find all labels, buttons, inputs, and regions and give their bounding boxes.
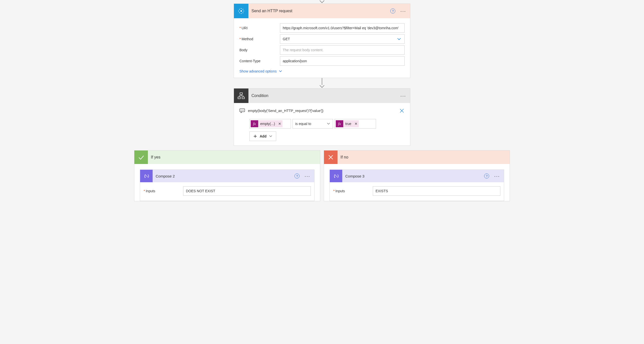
compose3-inputs-label: Inputs: [333, 189, 373, 193]
svg-point-4: [243, 10, 244, 11]
condition-operator-select[interactable]: is equal to: [292, 119, 333, 128]
remove-token-icon[interactable]: ✕: [353, 120, 359, 127]
ct-value: application/json: [283, 59, 307, 63]
if-yes-title: If yes: [148, 155, 160, 160]
expression-icon: [239, 108, 245, 113]
http-header[interactable]: Send an HTTP request ? ···: [234, 4, 410, 18]
condition-expression: empty(body('Send_an_HTTP_request')?['val…: [248, 109, 396, 113]
chevron-down-icon: [269, 134, 272, 138]
http-request-action: Send an HTTP request ? ··· URI https://g…: [234, 4, 410, 78]
svg-point-19: [243, 110, 243, 110]
close-icon: [324, 150, 338, 164]
svg-point-7: [239, 12, 240, 13]
show-advanced-link[interactable]: Show advanced options: [239, 69, 282, 73]
compose2-inputs-field[interactable]: DOES NOT EXIST: [183, 186, 311, 196]
remove-token-icon[interactable]: ✕: [277, 120, 282, 127]
svg-rect-14: [238, 97, 240, 99]
token-text: empty(...): [258, 120, 277, 127]
compose2-inputs-label: Inputs: [144, 189, 183, 193]
condition-action: Condition ··· empty(body('Send_an_HTTP_r…: [234, 88, 410, 146]
compose2-action: {} Compose 2 ? ··· Inputs DOES NOT EXIST: [140, 170, 314, 201]
help-icon[interactable]: ?: [484, 174, 489, 178]
chevron-down-icon: [279, 70, 282, 73]
fx-token-true: fx true ✕: [336, 120, 359, 127]
body-placeholder: The request body content.: [283, 48, 324, 52]
compose2-header[interactable]: {} Compose 2 ? ···: [140, 170, 314, 182]
if-no-header[interactable]: If no: [324, 150, 510, 164]
method-value: GET: [283, 37, 290, 41]
method-label: Method: [239, 37, 280, 41]
svg-text:}: }: [337, 174, 339, 178]
compose-icon: {}: [330, 170, 342, 182]
compose3-title: Compose 3: [342, 174, 484, 178]
svg-point-18: [242, 110, 242, 110]
condition-title: Condition: [248, 94, 400, 98]
svg-point-17: [241, 110, 241, 110]
condition-branches: If yes {} Compose 2 ? ···: [134, 150, 510, 201]
help-icon[interactable]: ?: [390, 8, 395, 14]
compose3-action: {} Compose 3 ? ··· Inputs EXISTS: [330, 170, 504, 201]
if-no-branch: If no {} Compose 3 ? ···: [324, 150, 510, 201]
if-yes-header[interactable]: If yes: [134, 150, 320, 164]
compose3-inputs-field[interactable]: EXISTS: [373, 186, 500, 196]
add-condition-button[interactable]: Add: [249, 132, 276, 141]
add-label: Add: [260, 134, 266, 138]
compose2-title: Compose 2: [153, 174, 294, 178]
uri-value: https://graph.microsoft.com/v1.0/users?$…: [283, 26, 399, 30]
advanced-label: Show advanced options: [239, 69, 277, 73]
compose3-header[interactable]: {} Compose 3 ? ···: [330, 170, 504, 182]
body-label: Body: [239, 48, 280, 52]
fx-token-empty: fx empty(...) ✕: [251, 120, 282, 127]
svg-point-8: [242, 12, 243, 13]
token-text: true: [343, 120, 353, 127]
uri-input[interactable]: https://graph.microsoft.com/v1.0/users?$…: [280, 23, 405, 33]
help-icon[interactable]: ?: [294, 174, 299, 178]
svg-rect-15: [242, 97, 244, 99]
condition-icon: [234, 88, 248, 103]
operator-value: is equal to: [295, 122, 311, 126]
svg-rect-9: [240, 93, 242, 94]
incoming-arrow: [134, 0, 510, 4]
ct-label: Content-Type: [239, 59, 280, 63]
check-icon: [134, 150, 148, 164]
chevron-down-icon: [397, 37, 401, 41]
if-yes-branch: If yes {} Compose 2 ? ···: [134, 150, 320, 201]
fx-icon: fx: [336, 120, 343, 127]
svg-point-2: [241, 13, 241, 14]
svg-point-0: [240, 10, 242, 12]
fx-icon: fx: [251, 120, 258, 127]
http-title: Send an HTTP request: [248, 9, 390, 13]
uri-label: URI: [239, 26, 280, 30]
condition-header[interactable]: Condition ···: [234, 88, 410, 103]
plus-icon: [253, 134, 257, 138]
ct-input[interactable]: application/json: [280, 56, 405, 66]
method-select[interactable]: GET: [280, 34, 405, 44]
svg-point-1: [241, 8, 241, 9]
svg-point-5: [239, 9, 240, 10]
http-icon: [234, 4, 248, 18]
body-input[interactable]: The request body content.: [280, 45, 405, 55]
condition-row: fx empty(...) ✕ is equal to fx true ✕: [249, 119, 405, 128]
compose2-inputs-value: DOES NOT EXIST: [186, 189, 215, 193]
condition-left-operand[interactable]: fx empty(...) ✕: [249, 119, 291, 128]
svg-point-3: [238, 10, 239, 11]
if-no-title: If no: [338, 155, 348, 160]
condition-right-operand[interactable]: fx true ✕: [335, 119, 376, 128]
svg-point-6: [242, 9, 243, 10]
svg-text:}: }: [147, 174, 149, 178]
compose3-inputs-value: EXISTS: [376, 189, 388, 193]
close-icon[interactable]: [399, 108, 405, 114]
chevron-down-icon: [327, 122, 330, 126]
compose-icon: {}: [140, 170, 153, 182]
